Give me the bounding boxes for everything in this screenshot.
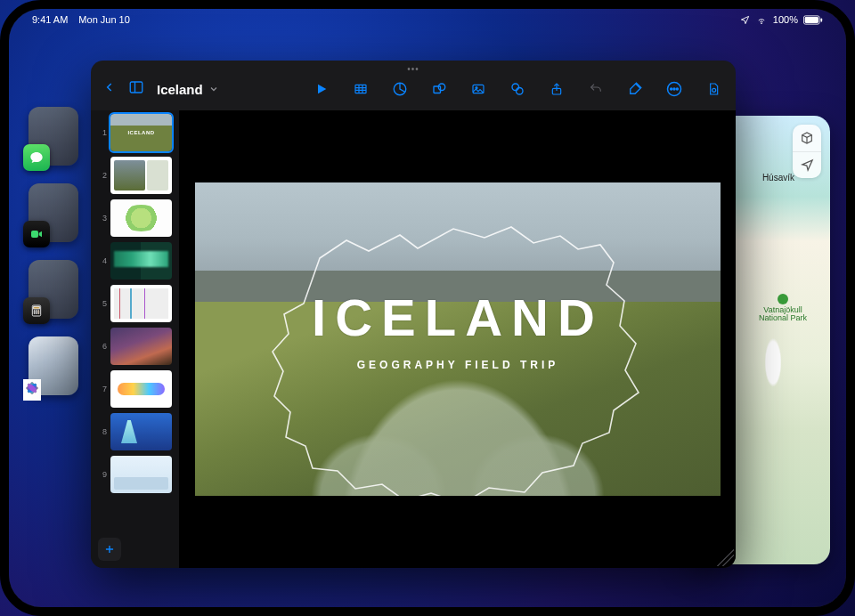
maps-locate-button[interactable]: [793, 151, 821, 178]
ipad-frame: 9:41 AM Mon Jun 10 100%: [0, 0, 855, 616]
chevron-down-icon: [208, 82, 219, 97]
thumb-number: 3: [98, 214, 107, 223]
svg-rect-4: [31, 231, 38, 238]
back-button[interactable]: [103, 78, 116, 100]
svg-point-11: [36, 312, 37, 313]
effects-button[interactable]: [508, 79, 527, 99]
app-pile-1[interactable]: [28, 107, 78, 166]
svg-rect-21: [130, 82, 142, 93]
document-title[interactable]: Iceland: [157, 82, 219, 97]
slide-thumb-6[interactable]: 6: [98, 328, 172, 365]
thumb-preview: [110, 328, 172, 365]
slide-navigator[interactable]: 1 ICELAND 2 3 4 5 6: [91, 110, 180, 568]
svg-point-40: [712, 88, 716, 92]
thumb-number: 8: [98, 427, 107, 436]
maps-controls: [793, 125, 821, 178]
thumb-preview: [110, 157, 172, 194]
thumb-title: ICELAND: [110, 114, 172, 151]
svg-point-38: [673, 88, 675, 90]
thumb-preview: [110, 370, 172, 408]
svg-point-8: [36, 311, 37, 312]
more-button[interactable]: [664, 79, 684, 99]
map-city-label: Húsavík: [762, 173, 794, 182]
facetime-icon: [23, 221, 50, 247]
thumb-number: 1: [98, 128, 107, 137]
svg-point-33: [512, 84, 519, 91]
battery-icon: [803, 15, 823, 25]
slide-thumb-7[interactable]: 7: [98, 370, 172, 408]
svg-point-9: [38, 311, 39, 312]
current-slide[interactable]: ICELAND GEOGRAPHY FIELD TRIP: [195, 182, 721, 496]
svg-point-34: [517, 88, 524, 95]
svg-rect-2: [805, 17, 818, 23]
slide-thumb-8[interactable]: 8: [98, 413, 172, 450]
stage-manager-strip: [28, 107, 82, 571]
thumb-number: 4: [98, 256, 107, 265]
document-options-button[interactable]: [704, 79, 723, 99]
keynote-window: ••• Iceland: [91, 61, 736, 568]
status-time: 9:41 AM: [32, 14, 68, 25]
thumb-number: 6: [98, 342, 107, 351]
add-slide-button[interactable]: [98, 538, 121, 561]
thumb-number: 2: [98, 171, 107, 180]
format-button[interactable]: [625, 79, 645, 99]
app-pile-3[interactable]: [28, 260, 78, 319]
maps-3d-button[interactable]: [793, 125, 821, 151]
thumb-number: 7: [98, 385, 107, 393]
iceland-outline-icon: [195, 182, 721, 496]
slide-thumb-3[interactable]: 3: [98, 199, 172, 237]
slide-title[interactable]: ICELAND: [195, 288, 721, 347]
thumb-number: 9: [98, 470, 107, 479]
location-icon: [740, 15, 750, 25]
status-date: Mon Jun 10: [78, 14, 129, 25]
image-button[interactable]: [468, 79, 488, 99]
battery-pct: 100%: [773, 14, 798, 25]
undo-button[interactable]: [586, 79, 606, 99]
document-title-text: Iceland: [157, 82, 203, 97]
svg-point-7: [34, 311, 35, 312]
thumb-preview: [110, 285, 172, 322]
chart-button[interactable]: [390, 79, 410, 99]
slide-thumb-5[interactable]: 5: [98, 285, 172, 322]
slide-thumb-9[interactable]: 9: [98, 456, 172, 493]
share-button[interactable]: [547, 79, 566, 99]
map-park-label: Vatnajökull National Park: [752, 294, 814, 323]
svg-point-10: [34, 312, 35, 313]
slide-thumb-2[interactable]: 2: [98, 157, 172, 194]
svg-rect-23: [355, 85, 366, 93]
play-button[interactable]: [312, 79, 331, 99]
thumb-number: 5: [98, 299, 107, 308]
messages-icon: [23, 144, 50, 171]
shapes-button[interactable]: [429, 79, 449, 99]
thumb-preview: [110, 199, 172, 237]
svg-point-37: [671, 88, 672, 90]
app-pile-4[interactable]: [28, 336, 78, 395]
svg-rect-3: [820, 18, 822, 21]
thumb-preview: [110, 413, 172, 450]
slide-canvas[interactable]: ICELAND GEOGRAPHY FIELD TRIP: [180, 110, 736, 568]
thumb-preview: [110, 456, 172, 493]
svg-rect-6: [34, 306, 40, 309]
app-pile-2[interactable]: [28, 183, 78, 242]
svg-point-39: [676, 88, 678, 90]
svg-point-12: [38, 312, 39, 313]
wifi-icon: [755, 15, 768, 25]
keynote-toolbar: Iceland: [91, 73, 736, 105]
status-bar: 9:41 AM Mon Jun 10 100%: [9, 9, 846, 30]
sidebar-toggle-button[interactable]: [126, 79, 146, 99]
photos-icon: [23, 379, 41, 401]
slide-thumb-1[interactable]: 1 ICELAND: [98, 114, 172, 151]
table-button[interactable]: [351, 79, 370, 99]
svg-point-0: [761, 22, 761, 23]
thumb-preview: [110, 242, 172, 280]
ipad-screen: 9:41 AM Mon Jun 10 100%: [9, 9, 846, 607]
slide-subtitle[interactable]: GEOGRAPHY FIELD TRIP: [195, 359, 721, 371]
calculator-icon: [23, 297, 50, 324]
svg-point-30: [438, 84, 445, 91]
thumb-preview: ICELAND: [110, 114, 172, 151]
slide-thumb-4[interactable]: 4: [98, 242, 172, 280]
